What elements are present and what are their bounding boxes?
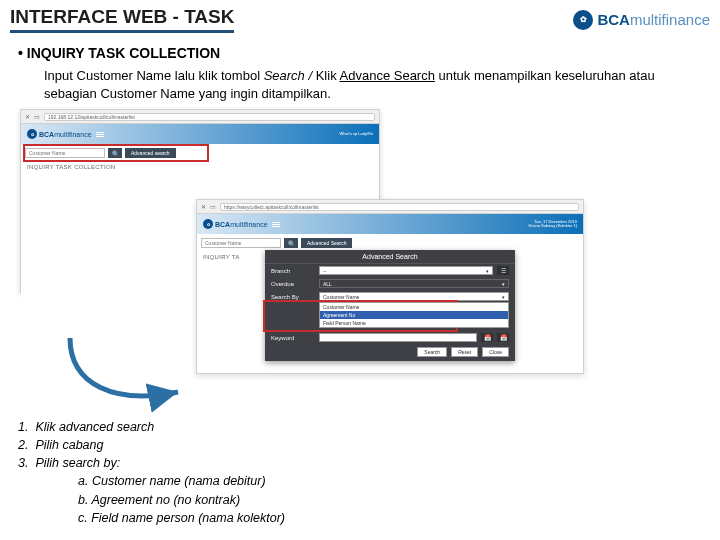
logo-badge-icon: ✿ bbox=[203, 219, 213, 229]
advanced-search-button[interactable]: Advanced Search bbox=[301, 238, 352, 248]
logo-badge-icon: ✿ bbox=[573, 10, 593, 30]
tab-icon[interactable]: ▭ bbox=[210, 203, 216, 210]
screenshot-2: ✕ ▭ https://easycollect.apitaskcoll/coll… bbox=[196, 199, 584, 374]
search-input[interactable] bbox=[201, 238, 281, 248]
option-customer-name[interactable]: Customer Name bbox=[320, 303, 508, 311]
menu-icon[interactable] bbox=[272, 222, 280, 227]
modal-search-button[interactable]: Search bbox=[417, 347, 447, 357]
modal-close-button[interactable]: Close bbox=[482, 347, 509, 357]
page-title: INTERFACE WEB - TASK bbox=[10, 6, 234, 33]
step-3a: a. Customer name (nama debitur) bbox=[78, 472, 285, 490]
overdue-select[interactable]: ALL▾ bbox=[319, 279, 509, 288]
logo-text: BCAmultifinance bbox=[597, 11, 710, 28]
page-section-title: INQUIRY TASK COLLECTION bbox=[21, 162, 379, 172]
close-icon[interactable]: ✕ bbox=[25, 113, 30, 120]
logo-text: BCAmultifinance bbox=[39, 131, 92, 138]
address-bar[interactable]: 192.168.12.12/apitaskcoll/collmasterlist bbox=[44, 113, 375, 121]
branch-lookup-button[interactable]: ☰ bbox=[497, 266, 509, 275]
app-banner: ✿ BCAmultifinance Tue, 17 December 2019K… bbox=[197, 214, 583, 234]
modal-title: Advanced Search bbox=[265, 250, 515, 264]
calendar-button[interactable]: 📅 bbox=[481, 333, 493, 342]
option-field-person[interactable]: Field Person Name bbox=[320, 319, 508, 327]
step-3b: b. Agreement no (no kontrak) bbox=[78, 491, 285, 509]
chevron-down-icon: ▾ bbox=[502, 294, 505, 300]
calendar-button[interactable]: 📅 bbox=[497, 333, 509, 342]
keyword-label: Keyword bbox=[271, 335, 315, 341]
browser-chrome: ✕ ▭ 192.168.12.12/apitaskcoll/collmaster… bbox=[21, 110, 379, 124]
overdue-label: Overdue bbox=[271, 281, 315, 287]
brand-logo: ✿ BCAmultifinance bbox=[573, 10, 710, 30]
option-agreement-no[interactable]: Agreement No bbox=[320, 311, 508, 319]
app-banner: ✿ BCAmultifinance What's up Lady/Sir bbox=[21, 124, 379, 144]
arrow-icon bbox=[60, 330, 190, 420]
logo-badge-icon: ✿ bbox=[27, 129, 37, 139]
chevron-down-icon: ▾ bbox=[486, 268, 489, 274]
step-2: 2. Pilih cabang bbox=[18, 436, 285, 454]
searchby-dropdown: Customer Name Agreement No Field Person … bbox=[319, 302, 509, 328]
tab-icon[interactable]: ▭ bbox=[34, 113, 40, 120]
section-heading: • INQUIRY TASK COLLECTION bbox=[18, 45, 720, 61]
branch-label: Branch bbox=[271, 268, 315, 274]
chevron-down-icon: ▾ bbox=[502, 281, 505, 287]
modal-reset-button[interactable]: Reset bbox=[451, 347, 478, 357]
step-1: 1. Klik advanced search bbox=[18, 418, 285, 436]
logo-text: BCAmultifinance bbox=[215, 221, 268, 228]
highlight-box bbox=[23, 144, 209, 162]
searchby-label: Search By bbox=[271, 294, 315, 300]
address-bar[interactable]: https://easycollect.apitaskcoll/collmast… bbox=[220, 203, 579, 211]
keyword-input[interactable] bbox=[319, 333, 477, 342]
search-button[interactable]: 🔍 bbox=[284, 238, 298, 248]
menu-icon[interactable] bbox=[96, 132, 104, 137]
description: Input Customer Name lalu klik tombol Sea… bbox=[44, 67, 690, 103]
step-3: 3. Pilih search by: bbox=[18, 454, 285, 472]
steps-list: 1. Klik advanced search 2. Pilih cabang … bbox=[18, 418, 285, 527]
browser-chrome: ✕ ▭ https://easycollect.apitaskcoll/coll… bbox=[197, 200, 583, 214]
step-3c: c. Field name person (nama kolektor) bbox=[78, 509, 285, 527]
branch-select[interactable]: --▾ bbox=[319, 266, 493, 275]
user-info: Tue, 17 December 2019Krisna Subway (Kole… bbox=[529, 220, 577, 229]
user-info: What's up Lady/Sir bbox=[340, 132, 373, 136]
close-icon[interactable]: ✕ bbox=[201, 203, 206, 210]
